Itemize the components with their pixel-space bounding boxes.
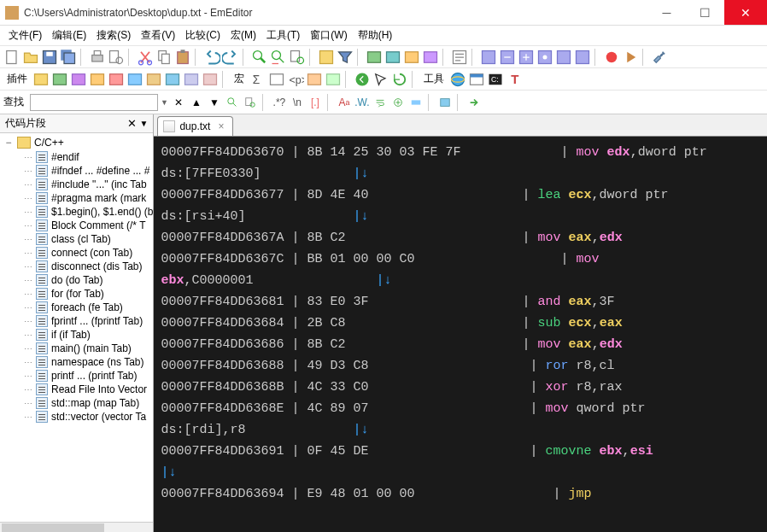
- mark-icon[interactable]: [437, 95, 453, 110]
- tree-item[interactable]: ⋯for (for Tab): [0, 287, 153, 301]
- paste-icon[interactable]: [174, 49, 191, 66]
- open-icon[interactable]: [22, 49, 39, 66]
- bk6-icon[interactable]: [574, 49, 591, 66]
- prev-icon[interactable]: ▲: [189, 95, 204, 110]
- close-button[interactable]: ✕: [724, 0, 767, 25]
- editor-tab[interactable]: dup.txt ×: [157, 116, 233, 136]
- t3-icon[interactable]: [403, 49, 420, 66]
- tree-scrollbar-h[interactable]: [0, 522, 153, 532]
- menu-search[interactable]: 搜索(S): [91, 26, 136, 44]
- tree-item[interactable]: ⋯connect (con Tab): [0, 246, 153, 260]
- tree-item[interactable]: ⋯fprintf ... (fprintf Tab): [0, 314, 153, 328]
- search-dropdown-icon[interactable]: ▼: [161, 98, 168, 107]
- maximize-button[interactable]: ☐: [686, 0, 724, 25]
- bk2-icon[interactable]: [499, 49, 516, 66]
- tree-item[interactable]: ⋯Read File Into Vector: [0, 383, 153, 396]
- p10-icon[interactable]: [202, 71, 219, 88]
- p2-icon[interactable]: [51, 71, 68, 88]
- preview-icon[interactable]: [108, 49, 125, 66]
- saveall-icon[interactable]: [60, 49, 77, 66]
- tree-item[interactable]: ⋯if (if Tab): [0, 328, 153, 342]
- wrench-icon[interactable]: [651, 49, 668, 66]
- p8-icon[interactable]: [164, 71, 181, 88]
- bk1-icon[interactable]: [480, 49, 497, 66]
- t1-icon[interactable]: [366, 49, 383, 66]
- save-icon[interactable]: [41, 49, 58, 66]
- tree-item[interactable]: ⋯namespace (ns Tab): [0, 355, 153, 369]
- tree-item[interactable]: ⋯#ifndef ... #define ... #: [0, 164, 153, 178]
- bk5-icon[interactable]: [555, 49, 572, 66]
- tree-item[interactable]: ⋯std::map (map Tab): [0, 396, 153, 410]
- m3-icon[interactable]: <p>: [287, 71, 304, 88]
- t-icon[interactable]: T: [506, 71, 523, 88]
- p4-icon[interactable]: [89, 71, 106, 88]
- findfiles-icon[interactable]: [289, 49, 306, 66]
- cmd-icon[interactable]: C:: [487, 71, 504, 88]
- t4-icon[interactable]: [422, 49, 439, 66]
- p9-icon[interactable]: [183, 71, 200, 88]
- next-icon[interactable]: ▼: [207, 95, 222, 110]
- p6-icon[interactable]: [126, 71, 143, 88]
- cursor-icon[interactable]: [372, 71, 389, 88]
- menu-macro[interactable]: 宏(M): [225, 26, 261, 44]
- incr-icon[interactable]: [390, 95, 406, 110]
- exp-icon[interactable]: [468, 71, 485, 88]
- play-icon[interactable]: [622, 49, 639, 66]
- tree-item[interactable]: ⋯printf ... (printf Tab): [0, 369, 153, 383]
- cut-icon[interactable]: [137, 49, 154, 66]
- redo-icon[interactable]: [222, 49, 239, 66]
- tree-item[interactable]: ⋯std::vector (vector Ta: [0, 410, 153, 424]
- replace-icon[interactable]: [270, 49, 287, 66]
- menu-window[interactable]: 窗口(W): [305, 26, 352, 44]
- new-icon[interactable]: [3, 49, 20, 66]
- menu-help[interactable]: 帮助(H): [353, 26, 398, 44]
- large-icon[interactable]: [318, 49, 335, 66]
- rec-icon[interactable]: [603, 49, 620, 66]
- tree-item[interactable]: ⋯class (cl Tab): [0, 232, 153, 246]
- collapse-icon[interactable]: −: [3, 137, 14, 149]
- tree-item[interactable]: ⋯#include "..." (inc Tab: [0, 178, 153, 191]
- m1-icon[interactable]: Σ: [249, 71, 266, 88]
- ie-icon[interactable]: [449, 71, 466, 88]
- menu-file[interactable]: 文件(F): [3, 26, 47, 44]
- bracket-icon[interactable]: [.]: [307, 95, 323, 110]
- m4-icon[interactable]: [306, 71, 323, 88]
- refresh-icon[interactable]: [391, 71, 408, 88]
- tree-root[interactable]: − C/C++: [0, 135, 153, 150]
- wrap-icon[interactable]: [372, 95, 388, 110]
- bk4-icon[interactable]: [536, 49, 553, 66]
- m5-icon[interactable]: [325, 71, 342, 88]
- undo-icon[interactable]: [203, 49, 220, 66]
- tree-item[interactable]: ⋯Block Comment (/* T: [0, 219, 153, 232]
- t2-icon[interactable]: [384, 49, 401, 66]
- p5-icon[interactable]: [108, 71, 125, 88]
- m2-icon[interactable]: [268, 71, 285, 88]
- tree-item[interactable]: ⋯#endif: [0, 150, 153, 164]
- bk3-icon[interactable]: [518, 49, 535, 66]
- tree-item[interactable]: ⋯main() (main Tab): [0, 342, 153, 355]
- sidepanel-menu-icon[interactable]: ▼: [140, 119, 149, 128]
- word-icon[interactable]: .W.: [354, 95, 370, 110]
- highlight-icon[interactable]: [408, 95, 424, 110]
- case-icon[interactable]: Aa: [337, 95, 352, 110]
- tree-item[interactable]: ⋯disconnect (dis Tab): [0, 260, 153, 273]
- menu-compare[interactable]: 比较(C): [180, 26, 225, 44]
- print-icon[interactable]: [89, 49, 106, 66]
- code-editor[interactable]: 00007FF84DD63670 | 8B 14 25 30 03 FE 7F …: [154, 137, 767, 532]
- srch-files-icon[interactable]: [243, 95, 258, 110]
- copy-icon[interactable]: [155, 49, 173, 66]
- tab-close-icon[interactable]: ×: [218, 120, 224, 132]
- p1-icon[interactable]: [32, 71, 50, 88]
- menu-view[interactable]: 查看(V): [136, 26, 180, 44]
- srch-find-icon[interactable]: [225, 95, 240, 110]
- tree-item[interactable]: ⋯foreach (fe Tab): [0, 301, 153, 314]
- tree-item[interactable]: ⋯$1.begin(), $1.end() (b: [0, 205, 153, 219]
- go-icon[interactable]: [466, 95, 482, 110]
- props-icon[interactable]: [451, 49, 468, 66]
- minimize-button[interactable]: ─: [647, 0, 686, 25]
- tree-item[interactable]: ⋯do (do Tab): [0, 273, 153, 287]
- back-icon[interactable]: [354, 71, 371, 88]
- filter-icon[interactable]: [337, 49, 354, 66]
- regex-icon[interactable]: .*?: [272, 95, 287, 110]
- p3-icon[interactable]: [70, 71, 87, 88]
